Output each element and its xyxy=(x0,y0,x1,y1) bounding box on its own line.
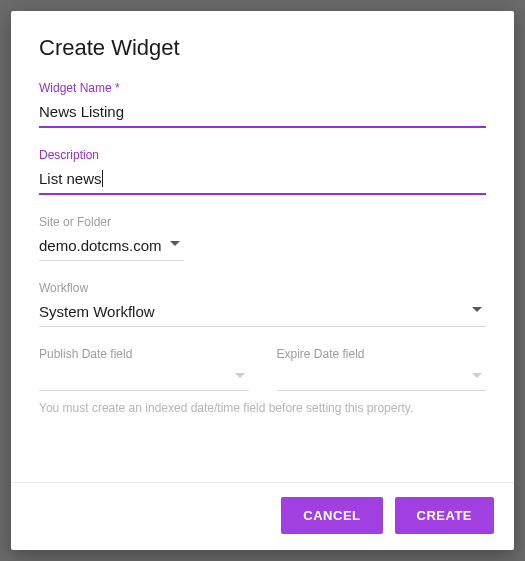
chevron-down-icon xyxy=(235,373,245,378)
site-folder-select[interactable]: demo.dotcms.com xyxy=(39,233,184,261)
description-input[interactable]: List news xyxy=(39,166,486,195)
expire-date-select[interactable] xyxy=(277,365,487,391)
publish-date-select[interactable] xyxy=(39,365,249,391)
expire-date-field: Expire Date field xyxy=(277,347,487,391)
expire-date-label: Expire Date field xyxy=(277,347,487,361)
create-button[interactable]: CREATE xyxy=(395,497,494,534)
description-label: Description xyxy=(39,148,486,162)
publish-date-field: Publish Date field xyxy=(39,347,249,391)
widget-name-field: Widget Name * xyxy=(39,81,486,128)
widget-name-input[interactable] xyxy=(39,99,486,128)
text-cursor xyxy=(102,170,103,187)
chevron-down-icon xyxy=(472,373,482,378)
workflow-label: Workflow xyxy=(39,281,486,295)
dialog-body: Create Widget Widget Name * Description … xyxy=(11,11,514,482)
workflow-field: Workflow System Workflow xyxy=(39,281,486,327)
description-value: List news xyxy=(39,170,102,187)
workflow-value: System Workflow xyxy=(39,299,486,327)
dialog-title: Create Widget xyxy=(39,35,486,61)
chevron-down-icon xyxy=(472,307,482,312)
date-fields-row: Publish Date field Expire Date field xyxy=(39,347,486,399)
date-field-hint: You must create an indexed date/time fie… xyxy=(39,401,486,415)
workflow-select[interactable]: System Workflow xyxy=(39,299,486,327)
cancel-button[interactable]: CANCEL xyxy=(281,497,382,534)
widget-name-label: Widget Name * xyxy=(39,81,486,95)
site-folder-label: Site or Folder xyxy=(39,215,486,229)
expire-date-value xyxy=(277,365,487,391)
site-folder-field: Site or Folder demo.dotcms.com xyxy=(39,215,486,261)
publish-date-value xyxy=(39,365,249,391)
dialog-footer: CANCEL CREATE xyxy=(11,482,514,550)
description-field: Description List news xyxy=(39,148,486,195)
site-folder-value: demo.dotcms.com xyxy=(39,233,184,261)
create-widget-dialog: Create Widget Widget Name * Description … xyxy=(11,11,514,550)
publish-date-label: Publish Date field xyxy=(39,347,249,361)
chevron-down-icon xyxy=(170,241,180,246)
